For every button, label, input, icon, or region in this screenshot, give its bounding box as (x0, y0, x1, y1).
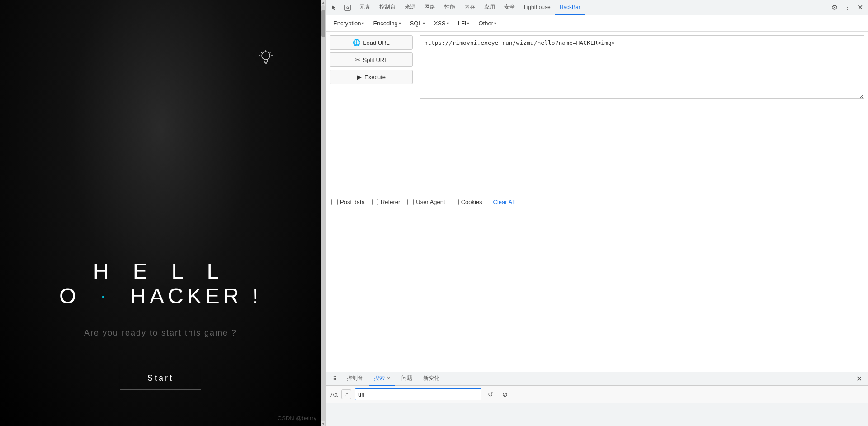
scroll-thumb[interactable] (321, 10, 325, 37)
other-menu[interactable]: Other ▾ (475, 18, 500, 28)
hackbar-content: 🌐 Load URL ✂ Split URL ▶ Execute (326, 32, 868, 193)
bottom-tab-issues[interactable]: 问题 (397, 372, 417, 386)
scroll-down-arrow[interactable]: ▼ (321, 422, 325, 426)
scroll-track[interactable] (321, 5, 325, 421)
user-agent-checkbox-label[interactable]: User Agent (407, 199, 445, 205)
cursor-icon-button[interactable] (328, 1, 340, 14)
cookies-checkbox-label[interactable]: Cookies (453, 199, 482, 205)
other-arrow: ▾ (494, 21, 496, 26)
load-url-button[interactable]: 🌐 Load URL (330, 35, 413, 50)
start-button[interactable]: Start (120, 367, 201, 390)
tab-memory[interactable]: 内存 (460, 0, 480, 15)
hackbar-toolbar: Encryption ▾ Encoding ▾ SQL ▾ XSS ▾ LFI … (326, 15, 868, 32)
tab-application[interactable]: 应用 (480, 0, 500, 15)
svg-line-4 (261, 52, 262, 53)
clear-all-button[interactable]: Clear All (490, 197, 519, 207)
post-data-checkbox-label[interactable]: Post data (331, 199, 365, 205)
search-refresh-button[interactable]: ↺ (485, 389, 496, 400)
hacker-word: HACKER ! (130, 284, 262, 308)
search-aa-label[interactable]: Aa (330, 391, 338, 398)
referer-checkbox[interactable] (372, 199, 378, 205)
tab-elements[interactable]: 元素 (355, 0, 375, 15)
svg-rect-8 (345, 5, 350, 10)
tab-console[interactable]: 控制台 (375, 0, 400, 15)
lightbulb-icon (258, 50, 276, 68)
hackbar-empty-space (326, 211, 868, 372)
left-panel: H E L L O · HACKER ! Are you ready to st… (0, 0, 321, 426)
devtools-close-button[interactable]: ✕ (854, 1, 866, 14)
split-url-icon: ✂ (355, 56, 360, 63)
scroll-up-arrow[interactable]: ▲ (321, 1, 325, 5)
tab-network[interactable]: 网络 (420, 0, 440, 15)
tab-hackbar[interactable]: HackBar (555, 0, 585, 15)
devtools-bottom-panel: ⠿ 控制台 搜索 ✕ 问题 新变化 ✕ Aa .* ↺ ⊘ (326, 372, 868, 426)
inspect-icon-button[interactable] (341, 1, 354, 14)
encryption-arrow: ▾ (362, 21, 364, 26)
search-input[interactable] (355, 388, 481, 400)
start-button-wrapper: Start (120, 367, 201, 390)
encoding-menu[interactable]: Encoding ▾ (369, 18, 404, 28)
tab-performance[interactable]: 性能 (440, 0, 460, 15)
bottom-tab-console[interactable]: 控制台 (342, 372, 368, 386)
search-clear-button[interactable]: ⊘ (500, 389, 510, 400)
bottom-tab-changes[interactable]: 新变化 (419, 372, 444, 386)
devtools-panel: 元素 控制台 来源 网络 性能 内存 应用 安全 Lighthouse Hack… (326, 0, 868, 426)
tab-security[interactable]: 安全 (500, 0, 519, 15)
search-regex-button[interactable]: .* (341, 389, 351, 399)
execute-icon: ▶ (357, 73, 362, 80)
svg-line-5 (270, 52, 271, 53)
cookies-checkbox[interactable] (453, 199, 459, 205)
lfi-arrow: ▾ (467, 21, 469, 26)
tab-sources[interactable]: 来源 (400, 0, 420, 15)
execute-button[interactable]: ▶ Execute (330, 70, 413, 84)
search-tab-close[interactable]: ✕ (387, 375, 391, 381)
encoding-arrow: ▾ (399, 21, 401, 26)
csdn-credit: CSDN @beirry (278, 415, 316, 421)
hello-hacker-text: H E L L O · HACKER ! (0, 259, 321, 308)
devtools-more-button[interactable]: ⋮ (841, 1, 854, 14)
xss-arrow: ▾ (447, 21, 449, 26)
dot: · (100, 284, 115, 308)
referer-checkbox-label[interactable]: Referer (372, 199, 400, 205)
encryption-menu[interactable]: Encryption ▾ (330, 18, 368, 28)
bottom-tab-bar: ⠿ 控制台 搜索 ✕ 问题 新变化 ✕ (326, 372, 868, 386)
xss-menu[interactable]: XSS ▾ (430, 18, 453, 28)
hackbar-url-area (416, 32, 868, 193)
devtools-tab-bar: 元素 控制台 来源 网络 性能 内存 应用 安全 Lighthouse Hack… (326, 0, 868, 15)
load-url-icon: 🌐 (353, 39, 360, 46)
url-textarea[interactable] (420, 35, 864, 99)
subtitle-text: Are you ready to start this game ? (0, 328, 321, 338)
bottom-panel-close-button[interactable]: ✕ (854, 374, 864, 384)
split-url-button[interactable]: ✂ Split URL (330, 52, 413, 67)
post-data-checkbox[interactable] (331, 199, 338, 205)
bottom-tab-search[interactable]: 搜索 ✕ (369, 372, 395, 386)
svg-point-0 (262, 52, 270, 60)
sql-menu[interactable]: SQL ▾ (406, 18, 429, 28)
svg-point-9 (347, 7, 349, 9)
tab-lighthouse[interactable]: Lighthouse (519, 0, 555, 15)
user-agent-checkbox[interactable] (407, 199, 414, 205)
devtools-settings-button[interactable]: ⚙ (828, 1, 841, 14)
bottom-drag-handle[interactable]: ⠿ (330, 374, 340, 384)
sql-arrow: ▾ (423, 21, 425, 26)
hackbar-options-row: Post data Referer User Agent Cookies Cle… (326, 193, 868, 211)
lfi-menu[interactable]: LFI ▾ (454, 18, 473, 28)
devtools-search-row: Aa .* ↺ ⊘ (326, 386, 868, 403)
page-scrollbar[interactable]: ▲ ▼ (321, 0, 326, 426)
hackbar-action-buttons: 🌐 Load URL ✂ Split URL ▶ Execute (326, 32, 416, 193)
